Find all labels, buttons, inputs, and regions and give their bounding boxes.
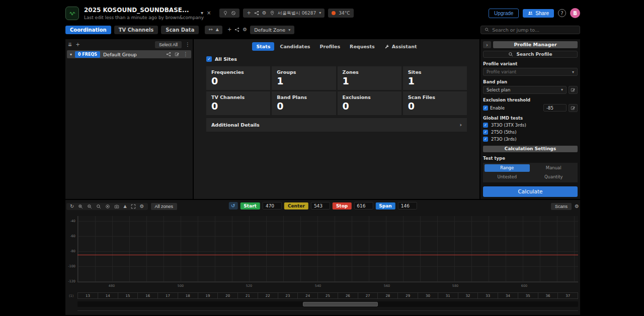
tv-channel-cell[interactable]: 33 [478, 293, 498, 298]
tv-channel-cell[interactable]: 20 [218, 293, 238, 298]
app-logo[interactable] [65, 7, 79, 20]
tv-channel-cell[interactable]: 26 [338, 293, 358, 298]
tab-tv-channels[interactable]: TV Channels [114, 26, 158, 34]
share-button[interactable]: Share [523, 9, 554, 18]
search-profile-button[interactable]: Search Profile [483, 51, 578, 58]
test-type-quantity[interactable]: Quantity [531, 173, 577, 181]
group-edit-icon[interactable] [175, 52, 180, 57]
tv-channel-cell[interactable]: 18 [178, 293, 198, 298]
tv-channel-cell[interactable]: 22 [258, 293, 278, 298]
tab-stats[interactable]: Stats [252, 42, 274, 51]
additional-details-bar[interactable]: Additional Details › [206, 118, 467, 132]
help-button[interactable]: ? [558, 9, 566, 17]
close-icon[interactable]: × [207, 11, 211, 16]
add-icon[interactable]: + [247, 11, 251, 16]
kebab-menu-icon[interactable]: ⋮ [185, 42, 190, 47]
chart-scrollbar-thumb[interactable] [303, 302, 378, 306]
location-chevron-down-icon[interactable]: ▾ [319, 11, 321, 15]
global-search[interactable] [480, 26, 580, 34]
calculation-settings-header[interactable]: Calculation Settings [483, 146, 578, 152]
panel-collapse-button[interactable]: › [483, 41, 491, 48]
band-plan-select[interactable]: Select plan ▾ [483, 86, 567, 94]
tv-channel-cell[interactable]: 36 [538, 293, 558, 298]
threshold-edit-button[interactable] [569, 104, 578, 112]
tab-assistant[interactable]: Assistant [380, 42, 421, 51]
avatar[interactable]: B [570, 8, 580, 18]
band-plan-edit-button[interactable] [569, 86, 578, 94]
scans-gear-icon[interactable]: ⚙ [575, 204, 579, 209]
search-icon[interactable] [96, 204, 101, 209]
select-all-button[interactable]: Select All [155, 41, 182, 48]
marker-triangle-icon[interactable]: ▲ [123, 204, 126, 208]
plot-area[interactable] [77, 216, 578, 282]
add-zone-icon[interactable]: + [227, 27, 231, 32]
title-chevron-down-icon[interactable]: ▾ [201, 11, 203, 16]
all-sites-toggle[interactable]: All Sites [206, 56, 467, 62]
calculate-button[interactable]: Calculate [483, 186, 578, 197]
test-type-untested[interactable]: Untested [485, 173, 530, 181]
chart-scrollbar[interactable] [77, 301, 578, 307]
scans-button[interactable]: Scans [551, 203, 572, 210]
stop-marker-value[interactable]: 616 [354, 202, 373, 209]
add-group-icon[interactable]: + [75, 42, 79, 47]
test-type-manual[interactable]: Manual [531, 164, 577, 172]
collapse-all-icon[interactable]: ⇊ [68, 42, 72, 47]
tv-channel-cell[interactable]: 32 [458, 293, 478, 298]
chart-settings-gear-icon[interactable]: ⚙ [140, 204, 144, 209]
tv-channel-cell[interactable]: 17 [158, 293, 178, 298]
tab-scan-data[interactable]: Scan Data [161, 26, 199, 34]
arrows-horizontal-icon[interactable]: ↔ [208, 27, 212, 32]
bulb-off-icon[interactable] [231, 11, 236, 16]
start-marker-value[interactable]: 470 [263, 202, 282, 209]
imd-test-row[interactable]: 3T3O (3TX 3rds) [483, 123, 578, 128]
span-marker-value[interactable]: 146 [398, 202, 417, 209]
tv-channel-cell[interactable]: 21 [238, 293, 258, 298]
tv-channel-cell[interactable]: 35 [518, 293, 538, 298]
tv-channel-cell[interactable]: 31 [438, 293, 458, 298]
tv-channel-cell[interactable]: 30 [418, 293, 438, 298]
tv-channel-cell[interactable]: 28 [378, 293, 398, 298]
group-chevron-down-icon[interactable]: ▾ [70, 52, 72, 57]
zone-selector[interactable]: Default Zone ▾ [250, 26, 294, 34]
tab-coordination[interactable]: Coordination [65, 26, 111, 34]
upgrade-button[interactable]: Upgrade [489, 9, 519, 18]
threshold-input[interactable] [543, 104, 567, 112]
search-input[interactable] [492, 27, 576, 33]
tv-channel-cell[interactable]: 25 [318, 293, 338, 298]
imd-test-row[interactable]: 2T3O (3rds) [483, 137, 578, 142]
profile-variant-select[interactable]: Profile variant ▾ [483, 68, 578, 75]
imd-checkbox[interactable] [483, 130, 488, 135]
center-marker-value[interactable]: 543 [311, 202, 330, 209]
target-icon[interactable] [105, 204, 110, 209]
bulb-icon[interactable] [223, 11, 228, 16]
tv-channel-cell[interactable]: 27 [358, 293, 378, 298]
tv-channel-cell[interactable]: 34 [498, 293, 518, 298]
fullscreen-icon[interactable] [131, 204, 136, 209]
imd-test-row[interactable]: 2T5O (5ths) [483, 130, 578, 135]
gear-icon[interactable]: ⚙ [262, 11, 267, 16]
reset-view-icon[interactable]: ↻ [70, 204, 74, 209]
camera-icon[interactable] [114, 204, 119, 209]
tv-channel-cell[interactable]: 14 [98, 293, 118, 298]
all-zones-button[interactable]: All zones [151, 203, 178, 210]
test-type-range[interactable]: Range [485, 164, 530, 172]
tab-requests[interactable]: Requests [346, 42, 379, 51]
imd-checkbox[interactable] [483, 123, 488, 128]
zone-settings-gear-icon[interactable]: ⚙ [243, 27, 247, 32]
tv-channel-cell[interactable]: 24 [298, 293, 318, 298]
all-sites-checkbox[interactable] [206, 56, 212, 62]
group-kebab-icon[interactable]: ⋮ [183, 52, 188, 57]
tv-channel-cell[interactable]: 23 [278, 293, 298, 298]
zoom-out-icon[interactable] [87, 204, 92, 209]
tv-channel-cell[interactable]: 16 [138, 293, 158, 298]
tv-channel-cell[interactable]: 37 [558, 293, 578, 298]
group-share-icon[interactable] [166, 52, 171, 57]
tv-channel-cell[interactable]: 19 [198, 293, 218, 298]
share-zone-icon[interactable] [234, 27, 239, 32]
location-label[interactable]: 서울특별시 06287 [278, 10, 316, 17]
tv-channel-cell[interactable]: 13 [78, 293, 98, 298]
zoom-in-icon[interactable] [78, 204, 83, 209]
group-row[interactable]: ▾ 0 FREQS Default Group ⋮ [67, 50, 191, 58]
tv-channel-cell[interactable]: 15 [118, 293, 138, 298]
weather-pill[interactable]: 34°C [328, 9, 353, 18]
